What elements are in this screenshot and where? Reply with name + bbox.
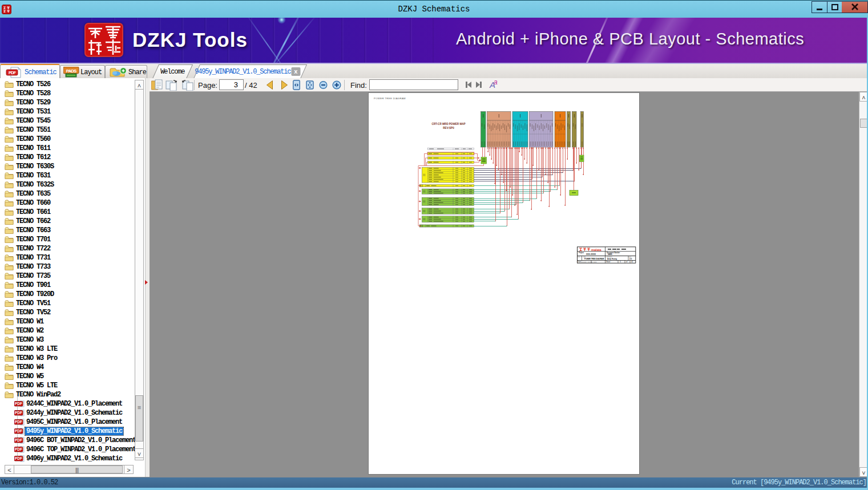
svg-text:PDF: PDF <box>9 70 16 75</box>
svg-text:PDF: PDF <box>15 429 22 433</box>
svg-text:PADS: PADS <box>66 68 77 74</box>
svg-text:2.0: 2.0 <box>629 258 632 260</box>
svg-text:POWER TREE DIAGRAM: POWER TREE DIAGRAM <box>374 97 406 100</box>
svg-text:PDF: PDF <box>15 411 22 415</box>
svg-text:Andy Huang: Andy Huang <box>607 258 617 260</box>
svg-text:42: 42 <box>631 261 633 263</box>
svg-text:POWER TREE DIAGRAM: POWER TREE DIAGRAM <box>584 258 604 260</box>
svg-text:PDF: PDF <box>15 438 22 442</box>
svg-text:Thursday, June 28, 2018: Thursday, June 28, 2018 <box>581 261 597 263</box>
svg-text:PDF: PDF <box>15 456 22 460</box>
svg-text:REV:SP0: REV:SP0 <box>443 127 454 129</box>
svg-text:9495: 9495 <box>608 253 612 256</box>
svg-text:PDF: PDF <box>15 447 22 451</box>
svg-text:CRT-CR MRD POWER MAP: CRT-CR MRD POWER MAP <box>431 123 465 125</box>
svg-text:Sheet: Sheet <box>606 261 611 263</box>
svg-text:Project: Project <box>579 252 584 254</box>
svg-text:PDF: PDF <box>15 402 22 406</box>
svg-text:XXX-XXXX: XXX-XXXX <box>586 253 596 256</box>
svg-text:Size: Size <box>578 256 581 258</box>
svg-text:of: of <box>626 261 628 263</box>
svg-text:PDF: PDF <box>15 420 22 424</box>
svg-text:malata: malata <box>591 248 602 252</box>
